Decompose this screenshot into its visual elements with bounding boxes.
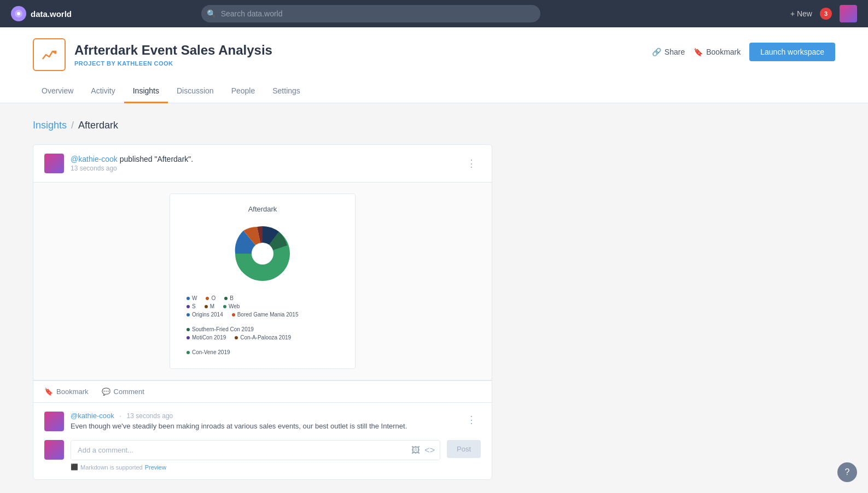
tab-people[interactable]: People <box>223 80 264 103</box>
breadcrumb: Insights / Afterdark <box>33 120 569 131</box>
user-avatar-top[interactable] <box>840 5 857 22</box>
comment-input[interactable] <box>71 440 440 460</box>
legend-item-moticon: MotiCon 2019 <box>187 334 226 341</box>
card-meta-text: @kathie-cook published "Afterdark". <box>71 155 193 163</box>
topnav: data.world 🔍 + New 3 <box>0 0 868 27</box>
legend-item-boardgame: Bored Game Mania 2015 <box>232 312 299 318</box>
logo-icon <box>11 6 26 21</box>
comment-more-icon[interactable]: ⋮ <box>462 412 481 428</box>
legend-item-web: Web <box>223 303 240 309</box>
pie-chart <box>187 221 339 286</box>
legend-item-conapalooza: Con-A-Palooza 2019 <box>235 334 291 341</box>
legend-item-b: B <box>224 295 234 301</box>
bookmark-action[interactable]: 🔖 Bookmark <box>44 388 89 396</box>
project-title-left: Afrterdark Event Sales Analysis PROJECT … <box>33 38 272 71</box>
tab-discussion[interactable]: Discussion <box>168 80 223 103</box>
project-title-info: Afrterdark Event Sales Analysis PROJECT … <box>74 43 272 67</box>
bookmark-icon: 🔖 <box>694 48 703 56</box>
tab-activity[interactable]: Activity <box>82 80 124 103</box>
chart-title: Afterdark <box>187 205 339 213</box>
project-actions: 🔗 Share 🔖 Bookmark Launch workspace <box>652 38 835 61</box>
card-meta: @kathie-cook published "Afterdark". 13 s… <box>71 155 193 172</box>
bookmark-header-button[interactable]: 🔖 Bookmark <box>694 48 741 56</box>
search-icon: 🔍 <box>207 9 216 18</box>
comment-action[interactable]: 💬 Comment <box>102 388 144 396</box>
comment-header: @kathie-cook · 13 seconds ago ⋮ <box>71 412 481 420</box>
card-header-left: @kathie-cook published "Afterdark". 13 s… <box>44 154 193 173</box>
chart-container: Afterdark <box>33 182 492 380</box>
avatar <box>44 154 64 173</box>
project-icon <box>33 38 66 71</box>
image-icon[interactable]: 🖼 <box>411 445 420 455</box>
comment-time: 13 seconds ago <box>127 412 173 420</box>
commenter-avatar <box>44 440 64 460</box>
chart-legend: W O B S <box>187 295 339 355</box>
comment-input-container: 🖼 <> ⬛ Markdown is supported Preview <box>71 440 440 471</box>
card-published-text: published "Afterdark". <box>120 155 193 163</box>
legend-row-1: W O B <box>187 295 339 301</box>
breadcrumb-separator: / <box>71 120 74 131</box>
help-button[interactable]: ? <box>837 462 857 482</box>
comment-input-wrap: 🖼 <> <box>71 440 440 460</box>
post-button[interactable]: Post <box>447 440 481 458</box>
insight-card: @kathie-cook published "Afterdark". 13 s… <box>33 144 492 480</box>
project-title: Afrterdark Event Sales Analysis <box>74 43 272 58</box>
tab-overview[interactable]: Overview <box>33 80 82 103</box>
search-bar: 🔍 <box>201 5 540 22</box>
legend-item-o: O <box>206 295 215 301</box>
svg-point-2 <box>252 243 273 265</box>
legend-row-3: Origins 2014 Bored Game Mania 2015 South… <box>187 312 339 332</box>
card-footer: 🔖 Bookmark 💬 Comment <box>33 380 492 402</box>
more-options-icon[interactable]: ⋮ <box>462 155 481 172</box>
project-header: Afrterdark Event Sales Analysis PROJECT … <box>0 27 868 103</box>
comment-input-icons: 🖼 <> <box>411 445 435 455</box>
card-header: @kathie-cook published "Afterdark". 13 s… <box>33 145 492 182</box>
legend-item-southernfried: Southern-Fried Con 2019 <box>187 326 254 332</box>
card-user-link[interactable]: @kathie-cook <box>71 155 118 163</box>
legend-row-4: MotiCon 2019 Con-A-Palooza 2019 Con-Vene… <box>187 334 339 355</box>
legend-item-w: W <box>187 295 197 301</box>
card-meta-time: 13 seconds ago <box>71 165 193 172</box>
comment-icon: 💬 <box>102 388 110 396</box>
code-icon[interactable]: <> <box>424 445 435 455</box>
new-button[interactable]: + New <box>790 9 812 18</box>
notification-badge[interactable]: 3 <box>820 8 832 20</box>
tab-settings[interactable]: Settings <box>264 80 309 103</box>
legend-item-s: S <box>187 303 196 309</box>
comment-body: Even though we've steadily been making i… <box>71 422 481 430</box>
topnav-right: + New 3 <box>790 5 857 22</box>
comment-input-row: 🖼 <> ⬛ Markdown is supported Preview Pos… <box>44 440 481 471</box>
markdown-hint: ⬛ Markdown is supported Preview <box>71 463 440 471</box>
tab-insights[interactable]: Insights <box>124 80 168 103</box>
project-by: PROJECT BY KATHLEEN COOK <box>74 60 272 67</box>
legend-row-2: S M Web <box>187 303 339 309</box>
main-content: Insights / Afterdark @kathie-cook publis… <box>0 103 602 493</box>
logo-text: data.world <box>31 9 72 19</box>
project-title-row: Afrterdark Event Sales Analysis PROJECT … <box>33 38 835 71</box>
comment-time-sep: · <box>119 412 121 420</box>
legend-item-m: M <box>205 303 214 309</box>
comment-avatar <box>44 412 64 431</box>
preview-link[interactable]: Preview <box>145 464 166 471</box>
logo[interactable]: data.world <box>11 6 72 21</box>
launch-workspace-button[interactable]: Launch workspace <box>749 43 835 61</box>
comment-section: @kathie-cook · 13 seconds ago ⋮ Even tho… <box>33 402 492 479</box>
chart-box: Afterdark <box>170 193 356 369</box>
project-tabs: Overview Activity Insights Discussion Pe… <box>33 80 835 103</box>
search-input[interactable] <box>201 5 540 22</box>
legend-item-convene: Con-Vene 2019 <box>187 349 230 355</box>
breadcrumb-current: Afterdark <box>78 120 118 131</box>
legend-item-origins: Origins 2014 <box>187 312 223 318</box>
comment-content: @kathie-cook · 13 seconds ago ⋮ Even tho… <box>71 412 481 430</box>
svg-point-1 <box>17 12 20 15</box>
share-icon: 🔗 <box>652 48 661 56</box>
markdown-md-icon: ⬛ <box>71 463 78 471</box>
share-button[interactable]: 🔗 Share <box>652 48 685 56</box>
comment-user-link[interactable]: @kathie-cook <box>71 412 114 420</box>
breadcrumb-insights-link[interactable]: Insights <box>33 120 67 131</box>
existing-comment: @kathie-cook · 13 seconds ago ⋮ Even tho… <box>44 412 481 431</box>
bookmark-footer-icon: 🔖 <box>44 388 53 396</box>
